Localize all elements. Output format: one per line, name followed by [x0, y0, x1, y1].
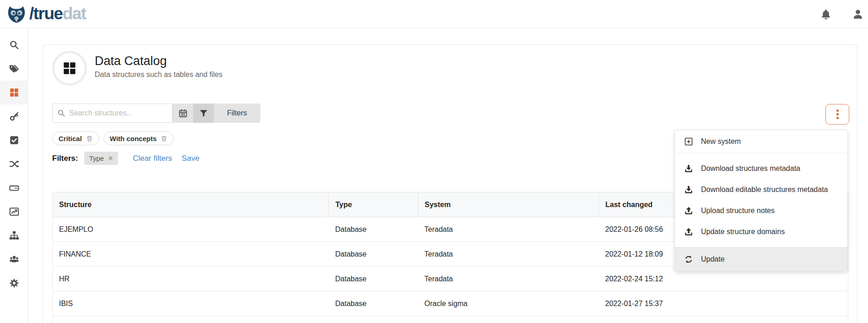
menu-item-label: Update structure domains [701, 228, 785, 236]
kebab-dot [836, 117, 839, 119]
truedat-logo[interactable]: /truedat [6, 3, 86, 24]
grid-icon [9, 88, 19, 98]
menu-item-label: Upload structure notes [701, 207, 775, 215]
page-subtitle: Data structures such as tables and files [95, 71, 222, 79]
menu-item-label: Download editable structures metadata [701, 186, 828, 194]
cell-structure: IBIS [53, 291, 329, 316]
trash-icon[interactable] [86, 135, 93, 142]
sidebar-item-tags[interactable] [0, 57, 28, 81]
data-catalog-card: Data Catalog Data structures such as tab… [43, 44, 857, 323]
sidebar-item-systems[interactable] [0, 176, 28, 200]
kebab-dot [836, 113, 839, 115]
download-icon [684, 164, 693, 173]
grid-icon [62, 61, 77, 76]
cell-type: Database [329, 267, 418, 291]
sidebar-item-permissions[interactable] [0, 104, 28, 128]
column-header-system[interactable]: System [418, 192, 599, 217]
page-header: Data Catalog Data structures such as tab… [52, 51, 222, 86]
menu-item-update-structure-domains[interactable]: Update structure domains [675, 221, 847, 242]
tags-icon [9, 64, 19, 74]
users-icon [9, 254, 19, 264]
sidebar-item-settings[interactable] [0, 271, 28, 295]
filter-chip-critical[interactable]: Critical [52, 131, 99, 145]
remove-filter-icon[interactable]: ✕ [108, 155, 113, 162]
cell-last-changed: 2022-01-27 15:37 [599, 291, 848, 316]
user-profile-icon[interactable] [852, 8, 864, 20]
gear-icon [9, 278, 19, 288]
table-row-partial [53, 316, 848, 323]
column-header-type[interactable]: Type [329, 192, 418, 217]
kebab-dot [836, 109, 839, 112]
menu-item-upload-structure-notes[interactable]: Upload structure notes [675, 200, 847, 221]
sidebar-item-dashboards[interactable] [0, 200, 28, 224]
cell-system: Teradata [418, 217, 599, 242]
cell-system: Teradata [418, 242, 599, 267]
cell-type: Database [329, 242, 418, 267]
topbar-actions [820, 0, 864, 28]
chip-label: With concepts [110, 135, 156, 142]
page-title: Data Catalog [95, 54, 222, 68]
filter-chip-with-concepts[interactable]: With concepts [103, 131, 174, 145]
search-input[interactable] [69, 109, 167, 117]
cell-type: Database [329, 217, 418, 242]
sidebar-item-search[interactable] [0, 33, 28, 57]
check-square-icon [9, 135, 19, 145]
chip-label: Critical [59, 135, 82, 142]
menu-item-update[interactable]: Update [675, 247, 847, 271]
actions-dropdown-menu: New system Download structures metadata … [674, 130, 848, 272]
cell-structure: EJEMPLO [53, 217, 329, 242]
plus-square-icon [684, 137, 693, 146]
sidebar-item-taxonomy[interactable] [0, 224, 28, 247]
owl-logo-icon [6, 3, 27, 24]
search-toolbar: Filters [52, 104, 260, 123]
catalog-avatar [52, 51, 87, 86]
chart-line-icon [9, 207, 19, 217]
top-header: /truedat [0, 0, 868, 28]
logo-text-light: dat [63, 4, 86, 23]
menu-item-label: New system [701, 137, 741, 146]
cell-structure: HR [53, 267, 329, 291]
notifications-bell-icon[interactable] [820, 8, 832, 20]
calendar-icon [178, 109, 188, 118]
calendar-button[interactable] [173, 104, 193, 123]
actions-kebab-button[interactable] [825, 104, 849, 125]
menu-item-download-editable-structures-metadata[interactable]: Download editable structures metadata [675, 179, 847, 200]
sidebar-nav [0, 29, 28, 323]
table-row[interactable]: IBIS Database Oracle sigma 2022-01-27 15… [53, 291, 848, 316]
menu-item-new-system[interactable]: New system [675, 130, 847, 153]
sidebar-item-lineage[interactable] [0, 152, 28, 176]
upload-icon [684, 206, 693, 215]
applied-filter-label: Type [89, 154, 104, 162]
menu-group-transfer: Download structures metadata Download ed… [675, 153, 847, 247]
sidebar-item-data-catalog[interactable] [0, 81, 28, 104]
hard-drive-icon [9, 183, 19, 193]
search-icon [57, 109, 65, 117]
shuffle-icon [9, 159, 19, 169]
cell-type: Database [329, 291, 418, 316]
key-icon [9, 111, 19, 121]
logo-text: /truedat [29, 3, 86, 24]
sidebar-item-quality[interactable] [0, 128, 28, 152]
logo-text-dark: /true [29, 4, 63, 23]
upload-icon [684, 227, 693, 236]
menu-item-label: Download structures metadata [701, 164, 800, 173]
cell-system: Teradata [418, 267, 599, 291]
search-input-wrap [52, 104, 173, 123]
trash-icon[interactable] [161, 135, 167, 142]
filters-button[interactable]: Filters [214, 104, 260, 123]
menu-item-download-structures-metadata[interactable]: Download structures metadata [675, 158, 847, 179]
filter-chips-row: Critical With concepts [52, 131, 174, 145]
sync-icon [684, 255, 693, 264]
search-icon [9, 40, 19, 50]
column-header-structure[interactable]: Structure [53, 192, 329, 217]
clear-filters-link[interactable]: Clear filters [133, 154, 172, 163]
filter-funnel-button[interactable] [193, 104, 214, 123]
applied-filter-type[interactable]: Type ✕ [84, 152, 118, 165]
sidebar-item-users[interactable] [0, 247, 28, 271]
filters-label: Filters: [52, 154, 78, 163]
filter-funnel-icon [199, 109, 208, 118]
save-filters-link[interactable]: Save [182, 154, 199, 163]
sitemap-icon [9, 230, 19, 241]
download-icon [684, 185, 693, 194]
cell-structure: FINANCE [53, 242, 329, 267]
